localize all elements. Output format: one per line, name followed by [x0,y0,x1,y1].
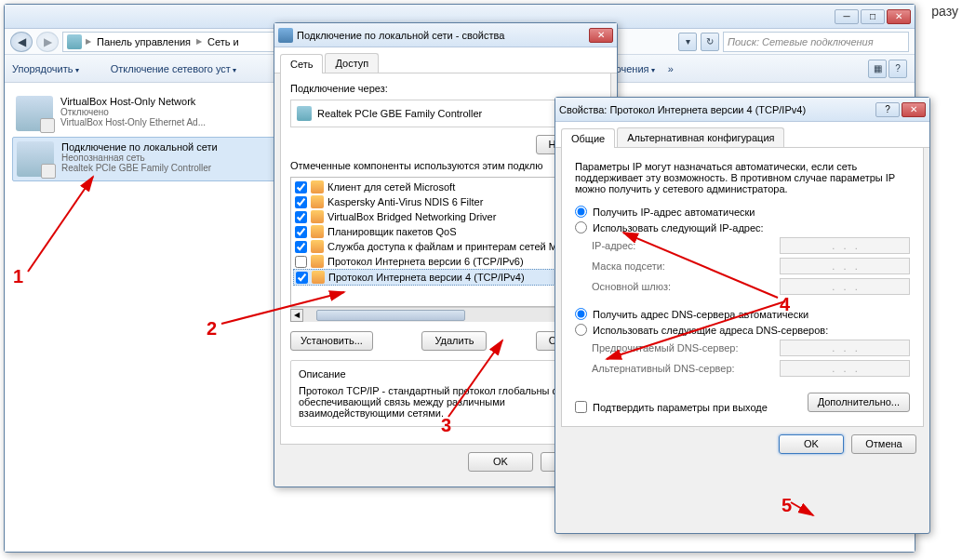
radio-auto-dns[interactable] [575,308,587,320]
alternate-dns-label: Альтернативный DNS-сервер: [592,363,780,374]
remove-button[interactable]: Удалить [421,331,487,351]
protocol-icon [311,255,324,268]
breadcrumb-segment[interactable]: Сеть и [206,36,241,47]
preferred-dns-label: Предпочитаемый DNS-сервер: [592,342,780,353]
service-icon [311,225,324,238]
close-button[interactable]: ✕ [887,9,911,24]
component-checkbox[interactable] [295,211,307,223]
tab-network[interactable]: Сеть [280,54,323,73]
radio-manual-ip-label: Использовать следующий IP-адрес: [593,222,764,233]
intro-text: Параметры IP могут назначаться автоматич… [575,161,910,194]
list-item: Протокол Интернета версии 6 (TCP/IPv6) [293,254,598,269]
list-item: Клиент для сетей Microsoft [293,180,598,194]
adapter-name: Realtek PCIe GBE Family Controller [317,108,482,119]
component-checkbox[interactable] [295,241,307,253]
subnet-mask-label: Маска подсети: [592,260,780,272]
gateway-label: Основной шлюз: [592,281,780,292]
confirm-on-exit-checkbox[interactable] [575,401,587,413]
ipv4-ok-button[interactable]: OK [779,434,844,454]
help-sys-button[interactable]: ? [875,102,900,117]
scroll-left-button[interactable]: ◀ [290,309,303,322]
chevron-icon: ▶ [86,37,91,46]
list-item: Kaspersky Anti-Virus NDIS 6 Filter [293,194,598,209]
help-button[interactable]: ? [889,60,907,78]
annotation-marker-4: 4 [780,294,790,315]
radio-manual-dns[interactable] [575,324,587,336]
connection-name: VirtualBox Host-Only Network [60,96,206,107]
protocol-icon [312,271,325,284]
ipv4-properties-dialog: Свойства: Протокол Интернета версии 4 (T… [554,97,930,534]
connection-adapter: VirtualBox Host-Only Ethernet Ad... [60,117,206,127]
tabstrip: Сеть Доступ [274,47,617,73]
view-button[interactable]: ▦ [868,60,887,78]
component-checkbox[interactable] [295,196,307,208]
breadcrumb-segment[interactable]: Панель управления [95,36,193,47]
network-adapter-icon [17,141,54,177]
ipv4-body: Параметры IP могут назначаться автоматич… [561,148,924,427]
radio-auto-ip-label: Получить IP-адрес автоматически [593,207,755,218]
connection-status: Отключено [60,107,206,117]
list-item: Служба доступа к файлам и принтерам сете… [293,239,598,254]
connection-name: Подключение по локальной сети [61,141,218,153]
connect-via-label: Подключение через: [290,83,601,94]
refresh-button[interactable]: ↻ [701,33,719,51]
tab-access[interactable]: Доступ [325,53,379,73]
ok-button[interactable]: OK [468,452,533,472]
ipv4-tabstrip: Общие Альтернативная конфигурация [555,122,929,148]
background-text-fragment: разу [931,4,958,19]
dialog-title: Подключение по локальной сети - свойства [297,30,589,41]
radio-auto-dns-label: Получить адрес DNS-сервера автоматически [593,309,808,320]
path-icon [67,34,82,49]
nav-forward-button[interactable]: ▶ [36,32,59,52]
minimize-button[interactable]: ─ [835,9,859,24]
list-item-selected: Протокол Интернета версии 4 (TCP/IPv4) [293,269,598,286]
confirm-on-exit-label: Подтвердить параметры при выходе [593,402,768,413]
component-checkbox[interactable] [295,181,307,193]
radio-manual-ip[interactable] [575,221,587,233]
service-icon [311,210,324,223]
service-icon [311,195,324,208]
radio-manual-dns-label: Использовать следующие адреса DNS-сервер… [593,325,828,336]
component-checkbox[interactable] [295,226,307,238]
alternate-dns-input: . . . [780,360,910,377]
annotation-marker-2: 2 [207,318,217,340]
organize-menu[interactable]: Упорядочить [12,63,79,74]
annotation-marker-5: 5 [782,495,792,516]
radio-auto-ip[interactable] [575,206,587,218]
connection-adapter: Realtek PCIe GBE Family Controller [61,163,218,173]
ipv4-title: Свойства: Протокол Интернета версии 4 (T… [559,104,875,115]
annotation-marker-1: 1 [13,266,23,287]
description-title: Описание [299,368,593,380]
annotation-marker-3: 3 [441,415,451,436]
component-checkbox[interactable] [296,272,308,284]
nav-back-button[interactable]: ◀ [10,32,33,52]
maximize-button[interactable]: □ [861,9,885,24]
network-adapter-icon [16,96,53,131]
search-input[interactable]: Поиск: Сетевые подключения [723,32,909,52]
install-button[interactable]: Установить... [290,331,373,351]
scroll-thumb[interactable] [316,310,465,321]
component-checkbox[interactable] [295,256,307,268]
subnet-mask-input: . . . [780,258,910,274]
list-item: VirtualBox Bridged Networking Driver [293,209,598,224]
disable-device-menu[interactable]: Отключение сетевого уст [111,63,236,74]
client-icon [311,180,324,193]
ip-address-input: . . . [780,237,910,254]
dialog-close-button[interactable]: ✕ [589,28,613,43]
ipv4-cancel-button[interactable]: Отмена [851,434,916,454]
gateway-input: . . . [780,278,910,295]
overflow-menu[interactable]: » [668,63,674,74]
description-text: Протокол TCP/IP - стандартный протокол г… [299,385,593,419]
service-icon [311,240,324,253]
tab-alternate[interactable]: Альтернативная конфигурация [617,127,784,147]
ipv4-close-button[interactable]: ✕ [902,102,926,117]
tab-general[interactable]: Общие [561,128,615,148]
dlg-titlebar: Подключение по локальной сети - свойства… [274,23,617,47]
search-placeholder: Поиск: Сетевые подключения [728,36,874,47]
refresh-button[interactable]: ▾ [678,33,697,51]
list-item: Планировщик пакетов QoS [293,224,598,239]
ip-address-label: IP-адрес: [592,240,780,251]
chevron-icon: ▶ [196,37,202,46]
advanced-button[interactable]: Дополнительно... [808,393,910,412]
connection-status: Неопознанная сеть [61,153,218,163]
